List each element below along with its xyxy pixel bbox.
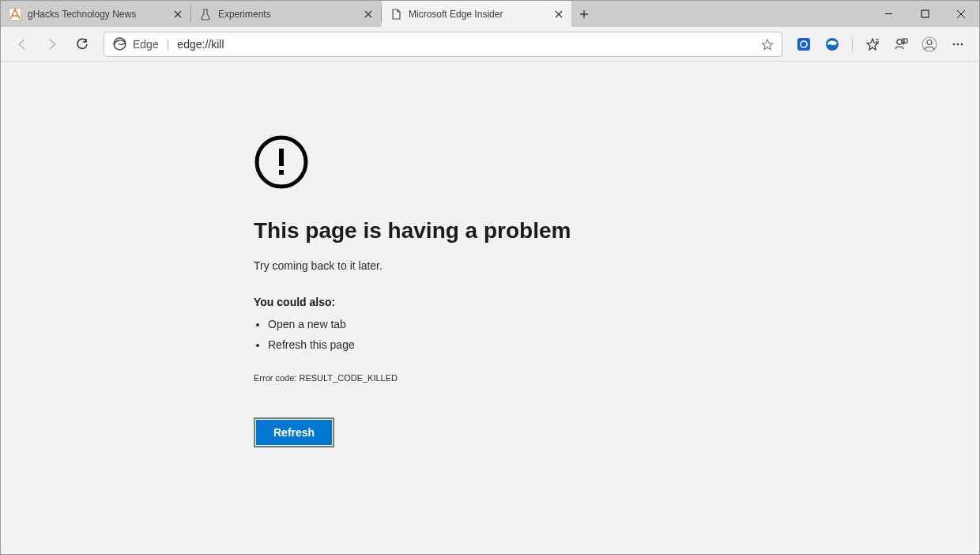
maximize-button[interactable] (906, 1, 943, 27)
tab-ghacks[interactable]: gHacks Technology News (1, 1, 190, 27)
toolbar: Edge | edge://kill (1, 27, 979, 62)
refresh-button-wrap: Refresh (254, 417, 334, 447)
error-code: Error code: RESULT_CODE_KILLED (254, 373, 728, 383)
refresh-button[interactable] (69, 32, 96, 57)
profile-button[interactable] (916, 32, 943, 57)
menu-button[interactable] (944, 32, 971, 57)
favorites-button[interactable] (859, 32, 886, 57)
svg-point-11 (961, 43, 963, 45)
address-bar[interactable]: Edge | edge://kill (104, 32, 782, 57)
error-subtitle: Try coming back to it later. (254, 259, 728, 272)
tab-title: gHacks Technology News (28, 9, 172, 20)
window-controls (870, 1, 979, 27)
tab-title: Experiments (218, 9, 362, 20)
omnibox-separator: | (167, 38, 170, 51)
suggestion-item: Refresh this page (268, 338, 728, 351)
svg-rect-14 (279, 170, 284, 175)
feedback-button[interactable] (888, 32, 914, 57)
favorite-star-icon[interactable] (758, 38, 777, 51)
could-also-label: You could also: (254, 296, 728, 308)
suggestion-item: Open a new tab (268, 318, 728, 330)
svg-point-6 (897, 39, 902, 43)
svg-point-9 (953, 43, 956, 45)
forward-button[interactable] (39, 32, 66, 57)
toolbar-separator (852, 36, 853, 52)
ghacks-icon (9, 8, 21, 21)
toolbar-right (790, 32, 971, 57)
svg-rect-3 (797, 38, 810, 51)
flask-icon (199, 8, 212, 21)
close-icon[interactable] (552, 8, 565, 21)
minimize-button[interactable] (870, 1, 906, 27)
tab-title: Microsoft Edge Insider (409, 9, 552, 20)
extension-camera-icon[interactable] (790, 32, 817, 57)
close-icon[interactable] (172, 8, 184, 21)
page-content: This page is having a problem Try coming… (1, 62, 979, 554)
error-suggestions: Open a new tab Refresh this page (254, 318, 728, 351)
page-refresh-button[interactable]: Refresh (256, 420, 332, 445)
svg-rect-13 (279, 149, 284, 166)
extension-edge-icon[interactable] (819, 32, 846, 57)
new-tab-button[interactable] (571, 1, 597, 27)
close-window-button[interactable] (943, 1, 979, 27)
error-page: This page is having a problem Try coming… (254, 134, 728, 447)
page-icon (390, 8, 402, 21)
svg-point-8 (927, 40, 932, 44)
error-icon (254, 134, 728, 190)
tab-strip: gHacks Technology News Experiments Micro… (1, 1, 979, 27)
tab-experiments[interactable]: Experiments (191, 1, 381, 27)
svg-rect-1 (922, 10, 929, 17)
omnibox-brand-label: Edge (133, 38, 159, 51)
close-icon[interactable] (362, 8, 375, 21)
back-button[interactable] (9, 32, 36, 57)
svg-point-10 (957, 43, 959, 45)
tab-edge-insider[interactable]: Microsoft Edge Insider (382, 1, 571, 27)
edge-logo-icon (112, 37, 126, 51)
omnibox-url: edge://kill (177, 38, 758, 51)
error-title: This page is having a problem (254, 218, 728, 244)
